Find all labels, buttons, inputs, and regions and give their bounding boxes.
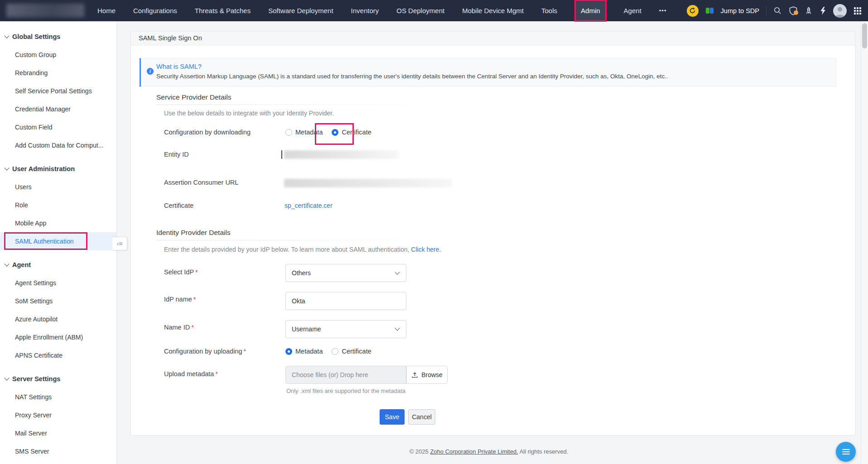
name-id-dropdown[interactable]: Username — [285, 320, 406, 338]
sidebar-section-server-settings[interactable]: Server Settings — [0, 370, 116, 388]
sp-certificate-download-link[interactable]: sp_certificate.cer — [285, 202, 333, 209]
chevron-down-icon — [4, 33, 9, 38]
settings-sidebar: Global Settings Custom Group Rebranding … — [0, 21, 117, 464]
save-button[interactable]: Save — [380, 409, 405, 425]
radio-checked-icon[interactable] — [332, 129, 338, 136]
nav-more-icon[interactable]: ••• — [659, 0, 667, 21]
nav-item-threats-patches[interactable]: Threats & Patches — [195, 0, 251, 21]
required-marker: * — [244, 348, 246, 355]
nav-item-inventory[interactable]: Inventory — [351, 0, 379, 21]
chevron-down-icon — [395, 269, 400, 274]
config-upload-label: Configuration by uploading* — [164, 348, 246, 355]
sidebar-item-apple-enrollment[interactable]: Apple Enrollment (ABM) — [0, 328, 116, 346]
section-divider — [156, 240, 437, 240]
search-icon[interactable] — [773, 6, 782, 15]
radio-option-metadata-upload[interactable]: Metadata — [285, 348, 323, 355]
required-marker: * — [215, 370, 218, 378]
sidebar-item-som-settings[interactable]: SoM Settings — [0, 292, 116, 310]
sidebar-item-sms-server[interactable]: SMS Server — [0, 442, 116, 460]
whats-new-rocket-icon[interactable] — [805, 7, 813, 15]
nav-item-agent[interactable]: Agent — [624, 0, 641, 21]
click-here-link[interactable]: Click here. — [411, 246, 441, 253]
radio-option-metadata-download[interactable]: Metadata — [285, 129, 323, 136]
upload-icon — [411, 372, 418, 378]
security-shield-icon[interactable] — [789, 6, 798, 15]
radio-unchecked-icon[interactable] — [332, 348, 338, 355]
nav-item-mobile-device-mgmt[interactable]: Mobile Device Mgmt — [462, 0, 524, 21]
sidebar-item-custom-group[interactable]: Custom Group — [0, 46, 116, 64]
quick-actions-bolt-icon[interactable] — [820, 7, 826, 15]
select-idp-label: Select IdP* — [164, 268, 198, 276]
sidebar-item-credential-manager[interactable]: Credential Manager — [0, 100, 116, 118]
config-download-radio-group: Metadata Certificate — [285, 129, 371, 136]
identity-provider-heading: Identity Provider Details — [156, 229, 231, 237]
radio-option-certificate-upload[interactable]: Certificate — [332, 348, 371, 355]
sidebar-item-nat-settings[interactable]: NAT Settings — [0, 388, 116, 406]
user-avatar[interactable] — [833, 4, 847, 18]
sidebar-item-saml-authentication[interactable]: SAML Authentication — [0, 232, 116, 250]
required-marker: * — [191, 324, 194, 331]
sidebar-item-add-custom-data[interactable]: Add Custom Data for Comput... — [0, 136, 116, 154]
radio-checked-icon[interactable] — [285, 348, 292, 355]
product-logo — [6, 4, 84, 17]
certificate-label: Certificate — [164, 202, 193, 209]
sidebar-collapse-toggle[interactable]: ‹≡ — [112, 237, 127, 250]
radio-option-certificate-download[interactable]: Certificate — [332, 129, 371, 136]
sidebar-section-agent[interactable]: Agent — [0, 256, 116, 274]
sidebar-item-custom-field[interactable]: Custom Field — [0, 118, 116, 136]
browse-button[interactable]: Browse — [406, 366, 448, 384]
apps-grid-icon[interactable] — [854, 7, 862, 15]
nav-item-admin[interactable]: Admin — [575, 0, 606, 21]
page-scrollbar[interactable] — [861, 21, 868, 464]
page-title: SAML Single Sign On — [139, 31, 202, 45]
chevron-down-icon — [4, 375, 9, 380]
scrollbar-thumb[interactable] — [862, 23, 867, 48]
nav-item-software-deployment[interactable]: Software Deployment — [268, 0, 333, 21]
sidebar-item-self-service-portal[interactable]: Self Service Portal Settings — [0, 82, 116, 100]
select-idp-dropdown[interactable]: Others — [285, 264, 406, 282]
chevron-down-icon — [4, 165, 9, 170]
sidebar-item-rebranding[interactable]: Rebranding — [0, 64, 116, 82]
text-cursor — [281, 150, 282, 159]
idp-name-label: IdP name* — [164, 296, 196, 303]
saml-sso-panel: SAML Single Sign On — [130, 31, 855, 435]
notification-dot — [794, 10, 798, 15]
cancel-button[interactable]: Cancel — [408, 409, 435, 425]
acs-url-redacted-value — [284, 179, 452, 187]
what-is-saml-link[interactable]: What is SAML? — [156, 63, 202, 70]
nav-item-os-deployment[interactable]: OS Deployment — [396, 0, 444, 21]
topbar-right-icons: Jump to SDP — [687, 0, 862, 21]
service-provider-heading: Service Provider Details — [156, 93, 231, 101]
idp-name-input[interactable] — [285, 292, 406, 310]
sidebar-section-user-administration[interactable]: User Administration — [0, 160, 116, 178]
upload-metadata-label: Upload metadata* — [164, 370, 218, 378]
sidebar-item-users[interactable]: Users — [0, 178, 116, 196]
sidebar-item-role[interactable]: Role — [0, 196, 116, 214]
entity-id-redacted-value — [284, 150, 399, 159]
sidebar-item-proxy-server[interactable]: Proxy Server — [0, 406, 116, 424]
required-marker: * — [195, 268, 198, 276]
footer-copyright: © 2025 Zoho Corporation Private Limited.… — [117, 448, 861, 455]
sidebar-item-mail-server[interactable]: Mail Server — [0, 424, 116, 442]
license-renew-icon[interactable] — [687, 5, 699, 17]
file-dropzone[interactable]: Choose files (or) Drop here — [285, 366, 406, 384]
section-divider — [156, 105, 437, 105]
refresh-icon — [689, 7, 696, 14]
nav-item-tools[interactable]: Tools — [541, 0, 557, 21]
sidebar-item-mobile-app[interactable]: Mobile App — [0, 214, 116, 232]
hamburger-icon — [842, 449, 850, 450]
radio-unchecked-icon[interactable] — [285, 129, 292, 136]
nav-item-home[interactable]: Home — [97, 0, 116, 21]
sidebar-item-azure-autopilot[interactable]: Azure Autopilot — [0, 310, 116, 328]
sidebar-item-apns-certificate[interactable]: APNS Certificate — [0, 346, 116, 364]
assistant-fab-button[interactable] — [836, 442, 856, 462]
chevron-down-icon — [395, 325, 400, 330]
info-icon: i — [147, 68, 154, 75]
sdp-logo-icon[interactable] — [705, 6, 714, 15]
nav-item-configurations[interactable]: Configurations — [133, 0, 177, 21]
saml-description: Security Assertion Markup Language (SAML… — [156, 73, 668, 80]
zoho-corporation-link[interactable]: Zoho Corporation Private Limited. — [430, 448, 518, 455]
jump-to-sdp-link[interactable]: Jump to SDP — [721, 7, 759, 14]
sidebar-section-global-settings[interactable]: Global Settings — [0, 28, 116, 46]
sidebar-item-agent-settings[interactable]: Agent Settings — [0, 274, 116, 292]
